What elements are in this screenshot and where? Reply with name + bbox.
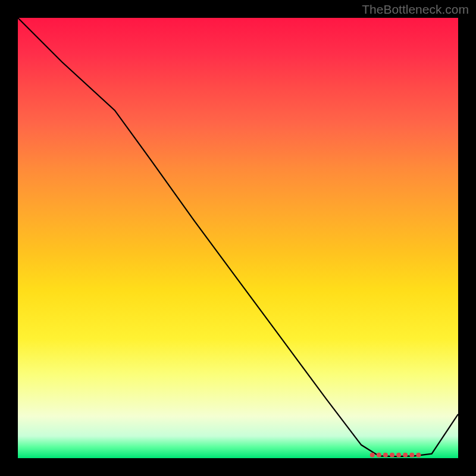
marker-dot — [416, 453, 421, 458]
chart-svg — [18, 18, 458, 458]
chart-line — [18, 18, 458, 456]
marker-dot — [403, 453, 408, 458]
marker-dot — [390, 453, 394, 458]
marker-dot — [396, 453, 401, 458]
marker-dot — [377, 453, 381, 458]
plot-area — [18, 18, 458, 458]
marker-dot — [383, 453, 388, 458]
watermark-text: TheBottleneck.com — [362, 2, 469, 17]
marker-dot — [370, 453, 375, 458]
marker-dot — [409, 453, 414, 458]
